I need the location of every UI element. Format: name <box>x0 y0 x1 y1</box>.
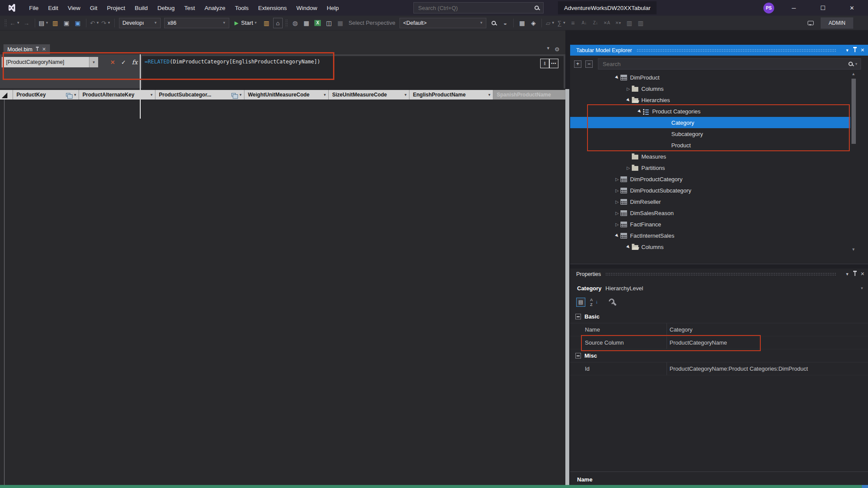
window-position-dropdown-icon[interactable]: ▼ <box>845 48 849 53</box>
property-value[interactable]: ProductCategoryName <box>667 336 868 349</box>
formula-bar-divider[interactable] <box>140 54 141 119</box>
close-button[interactable]: ✕ <box>842 0 862 16</box>
menu-analyze[interactable]: Analyze <box>200 3 230 13</box>
column-header-spanishproductname[interactable]: SpanishProductName <box>493 90 565 100</box>
calculated-table-icon[interactable]: ▦ <box>302 18 311 28</box>
save-all-icon[interactable]: ▣ <box>73 18 83 28</box>
property-row-id[interactable]: IdProductCategoryName:Product Categories… <box>570 362 868 375</box>
editor-settings-gear-icon[interactable]: ⚙ <box>554 46 560 53</box>
expander-open-icon[interactable] <box>636 109 643 113</box>
pivot-table-icon[interactable]: ◫ <box>324 18 334 28</box>
column-header-productsubcategor[interactable]: ProductSubcategor...▼ <box>155 90 244 100</box>
menu-build[interactable]: Build <box>130 3 152 13</box>
tree-item-hierarchies[interactable]: Hierarchies <box>570 94 850 106</box>
collapse-all-button[interactable]: − <box>585 60 593 68</box>
nav-forward-icon[interactable]: → <box>22 18 31 28</box>
import-data-source-icon[interactable]: ▥ <box>262 18 271 28</box>
redo-icon[interactable]: ↷▼ <box>101 18 111 28</box>
collapse-section-icon[interactable] <box>575 314 581 319</box>
object-dropdown-icon[interactable]: ▼ <box>860 286 864 290</box>
tree-item-dimproduct[interactable]: DimProduct <box>570 72 850 83</box>
nav-back-icon[interactable]: ←▼ <box>10 18 20 28</box>
tme-title-bar[interactable]: Tabular Model Explorer ▼ ✕ <box>570 45 868 56</box>
scroll-down-icon[interactable]: ▼ <box>851 247 855 252</box>
tree-item-columns[interactable]: Columns <box>570 83 850 94</box>
analyze-in-excel-icon[interactable]: X <box>313 18 323 28</box>
tree-item-dimproductsubcategory[interactable]: DimProductSubcategory <box>570 185 850 196</box>
property-row-source-column[interactable]: Source ColumnProductCategoryName <box>570 336 868 349</box>
existing-connections-icon[interactable]: ◍ <box>290 18 300 28</box>
account-avatar[interactable]: PS <box>763 3 774 13</box>
column-header-englishproductname[interactable]: EnglishProductName▼ <box>409 90 493 100</box>
grid-view-disabled-icon[interactable]: ▦ <box>336 18 345 28</box>
filter-dropdown-icon[interactable]: ▼ <box>404 93 407 97</box>
pin-icon[interactable] <box>37 48 38 51</box>
menu-tools[interactable]: Tools <box>230 3 254 13</box>
undo-icon[interactable]: ↶▼ <box>90 18 99 28</box>
categorized-view-icon[interactable]: ▤ <box>576 298 585 307</box>
select-all-corner[interactable] <box>0 90 13 100</box>
expander-closed-icon[interactable] <box>614 211 620 216</box>
column-header-sizeunitmeasurecode[interactable]: SizeUnitMeasureCode▼ <box>329 90 409 100</box>
filter-dropdown-icon[interactable]: ▼ <box>239 93 242 97</box>
property-value[interactable]: Category <box>667 323 868 336</box>
expander-open-icon[interactable] <box>614 233 620 238</box>
global-search-box[interactable] <box>413 2 544 13</box>
document-list-dropdown-icon[interactable]: ▼ <box>546 46 550 53</box>
window-position-dropdown-icon[interactable]: ▼ <box>845 272 849 276</box>
tme-search-input[interactable] <box>598 61 848 67</box>
column-header-productkey[interactable]: ProductKey▼ <box>13 90 79 100</box>
filter-dropdown-icon[interactable]: ▼ <box>73 93 77 97</box>
tree-item-dimsalesreason[interactable]: DimSalesReason <box>570 207 850 219</box>
menu-edit[interactable]: Edit <box>43 3 63 13</box>
table-view-icon[interactable]: ▦ <box>517 18 527 28</box>
close-tab-icon[interactable]: ✕ <box>42 46 46 52</box>
tme-search-box[interactable]: ▼ <box>598 58 861 70</box>
expander-closed-icon[interactable] <box>625 166 632 170</box>
pin-icon[interactable] <box>855 272 855 276</box>
autosum-icon[interactable]: ∑▼ <box>557 18 566 28</box>
menu-help[interactable]: Help <box>322 3 344 13</box>
formula-bar-more-icon[interactable]: ••• <box>549 59 558 68</box>
accept-formula-icon[interactable]: ✓ <box>121 59 126 66</box>
minimize-button[interactable]: ─ <box>784 0 804 16</box>
expander-closed-icon[interactable] <box>625 86 632 91</box>
filter-dropdown-icon[interactable]: ▼ <box>488 93 491 97</box>
cancel-formula-icon[interactable]: ✕ <box>110 59 115 66</box>
tree-item-category[interactable]: Category <box>570 117 850 128</box>
column-name-box[interactable]: [ProductCategoryName] ▼ <box>2 57 98 67</box>
insert-function-icon[interactable]: fx <box>132 59 138 66</box>
send-feedback-icon[interactable] <box>806 18 815 28</box>
properties-title-bar[interactable]: Properties ▼ ✕ <box>570 269 868 279</box>
close-pane-icon[interactable]: ✕ <box>861 271 865 277</box>
diagram-view-icon[interactable]: ◈ <box>528 18 538 28</box>
property-pages-wrench-icon[interactable] <box>608 298 616 306</box>
name-box-dropdown-icon[interactable]: ▼ <box>89 57 98 67</box>
menu-view[interactable]: View <box>63 3 85 13</box>
filter-dropdown-icon[interactable]: ▼ <box>323 93 327 97</box>
document-tab-model-bim[interactable]: Model.bim ✕ <box>3 44 50 54</box>
search-person-icon[interactable] <box>489 18 498 28</box>
close-pane-icon[interactable]: ✕ <box>861 47 865 53</box>
column-header-productalternatekey[interactable]: ProductAlternateKey▼ <box>79 90 155 100</box>
tree-item-partitions[interactable]: Partitions <box>570 162 850 173</box>
selected-object-dropdown[interactable]: Category HierarchyLevel ▼ <box>570 282 868 295</box>
expander-closed-icon[interactable] <box>614 188 620 193</box>
clear-sort-icon[interactable]: ✕A <box>602 18 611 28</box>
model-view-icon[interactable]: ⌂ <box>273 18 283 28</box>
sort-desc-icon[interactable]: Z↓ <box>591 18 600 28</box>
collapse-formula-bar-icon[interactable]: ∧∧ <box>540 59 549 68</box>
menu-test[interactable]: Test <box>179 3 200 13</box>
menu-window[interactable]: Window <box>292 3 322 13</box>
property-value[interactable]: ProductCategoryName:Product Categories:D… <box>667 362 868 375</box>
tree-item-measures[interactable]: Measures <box>570 151 850 162</box>
property-section-misc[interactable]: Misc <box>570 349 868 362</box>
format-icon[interactable]: ≡ <box>568 18 578 28</box>
tree-item-factinternetsales[interactable]: FactInternetSales <box>570 230 850 241</box>
property-row-name[interactable]: NameCategory <box>570 323 868 336</box>
filter-dropdown-icon[interactable]: ▼ <box>150 93 153 97</box>
menu-debug[interactable]: Debug <box>152 3 179 13</box>
menu-extensions[interactable]: Extensions <box>254 3 292 13</box>
tree-item-product[interactable]: Product <box>570 139 850 151</box>
tree-item-columns[interactable]: Columns <box>570 241 850 252</box>
